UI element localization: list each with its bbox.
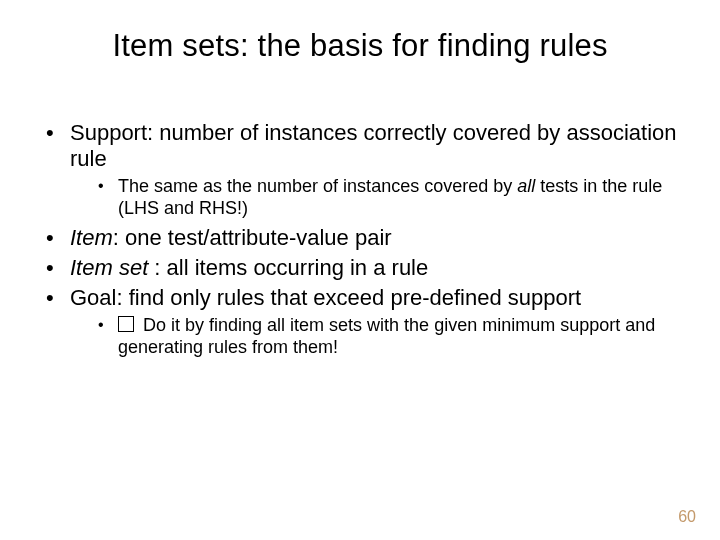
sub-goal-1-text: Do it by finding all item sets with the … bbox=[118, 315, 655, 357]
sub-support-1: The same as the number of instances cove… bbox=[70, 176, 684, 219]
page-number: 60 bbox=[678, 508, 696, 526]
slide-title: Item sets: the basis for finding rules bbox=[36, 28, 684, 64]
sublist-support: The same as the number of instances cove… bbox=[70, 176, 684, 219]
sub-support-1b: all bbox=[517, 176, 535, 196]
sublist-goal: Do it by finding all item sets with the … bbox=[70, 315, 684, 358]
bullet-itemset-term: Item set bbox=[70, 255, 148, 280]
bullet-list: Support: number of instances correctly c… bbox=[36, 120, 684, 358]
sub-support-1a: The same as the number of instances cove… bbox=[118, 176, 517, 196]
bullet-item-term: Item bbox=[70, 225, 113, 250]
arrow-icon bbox=[118, 316, 134, 332]
bullet-support-text: Support: number of instances correctly c… bbox=[70, 120, 677, 171]
bullet-support: Support: number of instances correctly c… bbox=[36, 120, 684, 219]
slide: Item sets: the basis for finding rules S… bbox=[0, 0, 720, 540]
sub-goal-1: Do it by finding all item sets with the … bbox=[70, 315, 684, 358]
bullet-item: Item: one test/attribute-value pair bbox=[36, 225, 684, 251]
bullet-goal: Goal: find only rules that exceed pre-de… bbox=[36, 285, 684, 358]
bullet-item-rest: : one test/attribute-value pair bbox=[113, 225, 392, 250]
bullet-itemset-rest: : all items occurring in a rule bbox=[148, 255, 428, 280]
bullet-itemset: Item set : all items occurring in a rule bbox=[36, 255, 684, 281]
bullet-goal-text: Goal: find only rules that exceed pre-de… bbox=[70, 285, 581, 310]
